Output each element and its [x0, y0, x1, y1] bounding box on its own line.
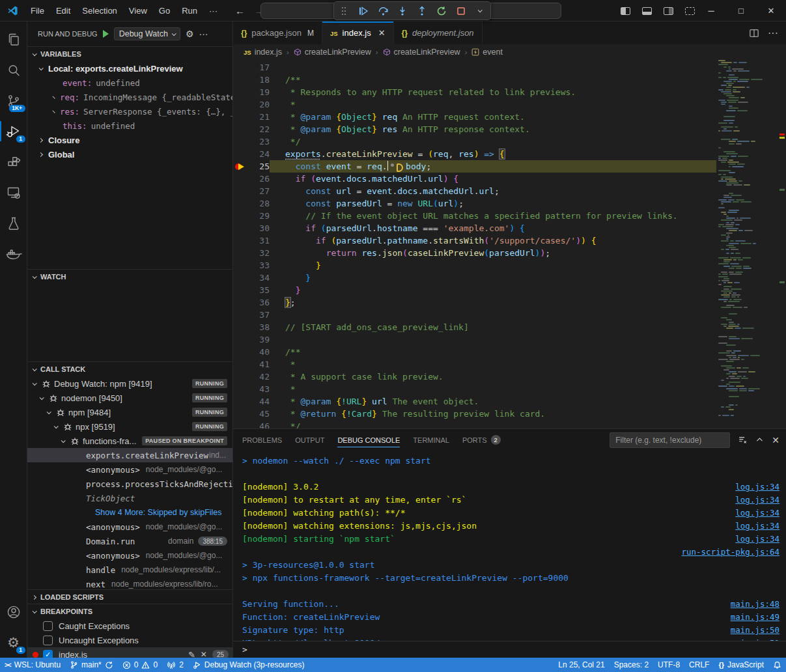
variable-row[interactable]: event:undefined: [27, 76, 232, 90]
console-line[interactable]: [nodemon] 3.0.2log.js:34: [242, 481, 779, 494]
code-line[interactable]: 33 }: [233, 259, 716, 272]
status-item-right-5[interactable]: [768, 658, 786, 672]
code-line[interactable]: 41 *: [233, 358, 716, 371]
code-line[interactable]: 27 const url = event.docs.matchedUrl.url…: [233, 185, 716, 197]
callstack-session-row[interactable]: functions-fra...PAUSED ON BREAKPOINT: [27, 434, 232, 448]
overview-ruler[interactable]: [778, 60, 786, 428]
console-line[interactable]: run-script-pkg.js:64: [242, 546, 779, 559]
status-item-right-1[interactable]: Spaces: 2: [610, 658, 653, 672]
variable-row[interactable]: res:ServerResponse {_events: {…}, _e…: [27, 104, 232, 119]
tab-package-json[interactable]: {}package.jsonM: [233, 21, 322, 44]
code-line[interactable]: 25 const event = req.body;: [233, 160, 716, 173]
code-line[interactable]: 35 }: [233, 284, 716, 296]
breakpoint-checkbox[interactable]: [43, 621, 53, 631]
menu-item-[interactable]: ···: [203, 3, 223, 18]
status-item-left-1[interactable]: main*: [65, 658, 118, 672]
breadcrumb-item[interactable]: event: [471, 48, 503, 57]
callstack-frame-row[interactable]: Show 4 More: Skipped by skipFiles: [27, 505, 232, 520]
console-line[interactable]: > nodemon --watch ./ --exec npm start: [242, 455, 779, 468]
source-link[interactable]: run-script-pkg.js:64: [681, 546, 779, 559]
code-content[interactable]: 1718/**19 * Responds to any HTTP request…: [233, 60, 716, 428]
callstack-session-row[interactable]: npm [9484]RUNNING: [27, 405, 232, 419]
status-item-left-3[interactable]: 2: [162, 658, 188, 672]
code-line[interactable]: 31 if (parsedUrl.pathname.startsWith('/s…: [233, 234, 716, 247]
code-line[interactable]: 26 if (event.docs.matchedUrl.url) {: [233, 173, 716, 185]
variables-header[interactable]: VARIABLES: [27, 47, 232, 61]
step-over-icon[interactable]: [377, 5, 389, 18]
menu-item-selection[interactable]: Selection: [76, 3, 122, 18]
stop-icon[interactable]: [455, 5, 467, 18]
source-link[interactable]: main.js:50: [731, 624, 779, 637]
code-line[interactable]: 42 * A support case link preview.: [233, 371, 716, 383]
callstack-session-row[interactable]: nodemon [9450]RUNNING: [27, 391, 232, 405]
status-item-left-2[interactable]: 00: [118, 658, 162, 672]
console-line[interactable]: [242, 585, 779, 598]
variable-row[interactable]: req:IncomingMessage {_readableState:…: [27, 90, 232, 104]
code-line[interactable]: 28 const parsedUrl = new URL(url);: [233, 197, 716, 210]
code-line[interactable]: 22 * @param {Object} res An HTTP respons…: [233, 123, 716, 135]
back-arrow-icon[interactable]: ←: [235, 5, 245, 16]
code-line[interactable]: 39: [233, 333, 716, 346]
callstack-frame-row[interactable]: <anonymous>node_modules/@go...: [27, 548, 232, 563]
activity-remote-explorer-icon[interactable]: [0, 177, 27, 208]
code-line[interactable]: 45 * @return {!Card} The resulting previ…: [233, 408, 716, 420]
breakpoint-checkbox[interactable]: [43, 636, 53, 645]
code-line[interactable]: 32 return res.json(caseLinkPreview(parse…: [233, 247, 716, 259]
console-line[interactable]: [nodemon] watching extensions: js,mjs,cj…: [242, 520, 779, 533]
code-line[interactable]: 21 * @param {Object} req An HTTP request…: [233, 111, 716, 123]
code-line[interactable]: 46 */: [233, 420, 716, 428]
code-line[interactable]: 37: [233, 309, 716, 321]
callstack-frame-row[interactable]: <anonymous>node_modules/@go...: [27, 462, 232, 477]
callstack-frame-row[interactable]: <anonymous>node_modules/@go...: [27, 520, 232, 534]
code-line[interactable]: 24exports.createLinkPreview = (req, res)…: [233, 148, 716, 160]
console-line[interactable]: > 3p-resources@1.0.0 start: [242, 559, 779, 572]
step-into-icon[interactable]: [397, 5, 408, 18]
breakpoint-checkbox[interactable]: ✓: [43, 650, 53, 658]
activity-source-control-icon[interactable]: 1K+: [0, 85, 27, 116]
maximize-icon[interactable]: □: [726, 0, 756, 21]
console-line[interactable]: Signature type: httpmain.js:50: [242, 624, 779, 637]
code-line[interactable]: 30 if (parsedUrl.hostname === 'example.c…: [233, 222, 716, 234]
console-line[interactable]: Function: createLinkPreviewmain.js:49: [242, 611, 779, 624]
console-line[interactable]: [nodemon] starting `npm start`log.js:34: [242, 533, 779, 546]
breakpoint-row[interactable]: Uncaught Exceptions: [27, 633, 232, 647]
breadcrumb-item[interactable]: JSindex.js: [244, 48, 282, 57]
panel-tab-problems[interactable]: PROBLEMS: [242, 429, 282, 451]
tab-deployment-json[interactable]: {}deployment.json: [394, 21, 483, 44]
menu-item-go[interactable]: Go: [153, 3, 176, 18]
panel-tab-output[interactable]: OUTPUT: [295, 429, 324, 451]
source-link[interactable]: log.js:34: [735, 520, 779, 533]
panel-tab-terminal[interactable]: TERMINAL: [413, 429, 449, 451]
chevron-down-icon[interactable]: [475, 5, 486, 18]
breadcrumb-item[interactable]: createLinkPreview: [294, 48, 371, 57]
toggle-panel-icon[interactable]: [642, 7, 652, 15]
source-link[interactable]: main.js:49: [731, 611, 779, 624]
console-line[interactable]: [242, 468, 779, 481]
vscode-logo-icon[interactable]: [0, 5, 25, 16]
toggle-secondary-sidebar-icon[interactable]: [664, 7, 673, 15]
status-item-left-0[interactable]: ><WSL: Ubuntu: [0, 658, 65, 672]
code-line[interactable]: 29 // If the event object URL matches a …: [233, 210, 716, 222]
activity-search-icon[interactable]: [0, 55, 27, 85]
console-filter-input[interactable]: [610, 432, 730, 448]
source-link[interactable]: log.js:34: [735, 494, 779, 507]
gripper-icon[interactable]: [338, 5, 350, 18]
maximize-panel-icon[interactable]: [755, 436, 764, 444]
variable-row[interactable]: this:undefined: [27, 119, 232, 133]
show-more-link[interactable]: Show 4 More: Skipped by skipFiles: [95, 508, 222, 517]
edit-breakpoint-icon[interactable]: ✎: [188, 650, 195, 658]
debug-config-dropdown[interactable]: Debug Watch: [114, 27, 180, 40]
split-editor-icon[interactable]: [750, 29, 759, 38]
code-line[interactable]: 17: [233, 61, 716, 74]
step-out-icon[interactable]: [416, 5, 428, 18]
breakpoint-row[interactable]: Caught Exceptions: [27, 619, 232, 633]
breadcrumb-item[interactable]: createLinkPreview: [383, 48, 460, 57]
code-line[interactable]: 36};: [233, 296, 716, 309]
callstack-frame-row[interactable]: nextnode_modules/express/lib/ro...: [27, 577, 232, 589]
activity-extensions-icon[interactable]: [0, 147, 27, 177]
source-link[interactable]: log.js:34: [735, 481, 779, 494]
code-line[interactable]: 44 * @param {!URL} url The event object.: [233, 395, 716, 408]
callstack-frame-row[interactable]: Domain.rundomain388:15: [27, 534, 232, 548]
toggle-sidebar-icon[interactable]: [621, 7, 630, 15]
debug-console-input[interactable]: >: [233, 641, 786, 658]
